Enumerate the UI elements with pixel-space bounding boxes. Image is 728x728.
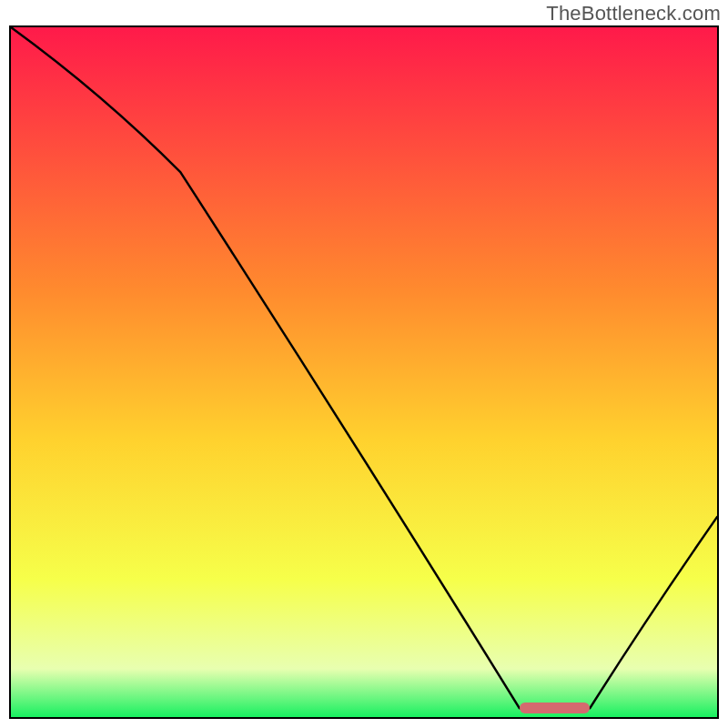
- chart-stage: TheBottleneck.com: [0, 0, 728, 728]
- watermark-text: TheBottleneck.com: [546, 2, 721, 25]
- plot-frame: [9, 25, 719, 719]
- curve-path: [11, 27, 717, 708]
- valley-marker: [520, 703, 591, 713]
- bottleneck-curve: [11, 27, 717, 717]
